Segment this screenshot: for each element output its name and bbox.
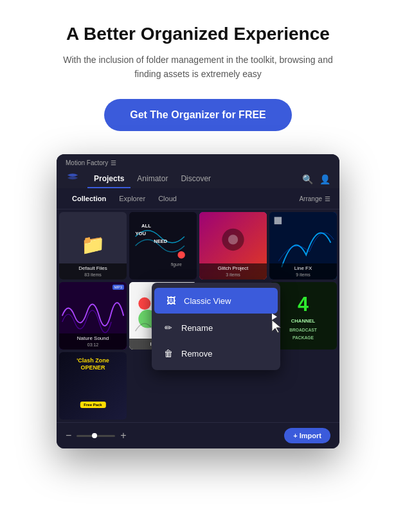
user-icon[interactable]: 👤 [320,174,330,184]
rename-icon: ✏ [162,321,175,334]
svg-text:figure: figure [171,262,182,267]
cta-button[interactable]: Get The Organizer for FREE [104,99,292,131]
subnav-collection[interactable]: Collection [66,192,113,205]
context-rename[interactable]: ✏ Rename [152,315,280,341]
arrange-label: Arrange [299,195,322,202]
nav-tabs: Projects Animator Discover 🔍 👤 [66,170,330,188]
rename-label: Rename [181,323,213,333]
grid-item-glitch[interactable]: Glitch Project 3 items [199,212,267,279]
grid-item-linefx[interactable]: Line FX 9 items [269,212,337,279]
svg-text:BROADCAST: BROADCAST [289,328,317,333]
classic-view-label: Classic View [184,296,231,306]
svg-point-4 [177,251,184,258]
hero-title: A Better Organized Experience [66,23,330,45]
svg-point-14 [138,297,150,310]
tab-animator[interactable]: Animator [130,170,174,188]
app-window: Motion Factory ☰ Projects Animator Disco… [57,154,339,448]
grid-item-clash[interactable]: 'Clash ZoneOPENER Free Pack [59,352,127,420]
import-button[interactable]: + Import [284,428,330,443]
tab-discover[interactable]: Discover [174,170,217,188]
svg-rect-0 [129,212,197,279]
item-label-default-files: Default Files 83 items [59,263,127,279]
svg-text:YOU: YOU [136,231,147,237]
zoom-in-button[interactable]: + [120,430,126,441]
svg-text:4: 4 [298,293,309,315]
svg-text:CHANNEL: CHANNEL [291,318,316,324]
mp3-badge: MP3 [113,285,124,290]
topbar: Motion Factory ☰ Projects Animator Disco… [57,154,339,188]
svg-rect-11 [274,217,282,224]
item-label-glitch: Glitch Project 3 items [199,263,267,279]
remove-icon: 🗑 [162,347,175,360]
grid-item-nature[interactable]: MP3 Nature Sound 03:12 [59,282,127,350]
folder-icon: 📁 [81,233,105,256]
svg-marker-32 [272,320,281,333]
svg-text:PACKAGE: PACKAGE [292,335,314,340]
svg-text:ALL: ALL [141,223,151,229]
zoom-slider[interactable] [76,435,115,437]
hero-subtitle: With the inclusion of folder management … [63,53,333,82]
context-classic-view[interactable]: 🖼 Classic View [154,288,278,314]
arrange-icon: ☰ [325,195,330,202]
search-icon[interactable]: 🔍 [302,174,313,184]
remove-label: Remove [181,349,212,359]
svg-text:NEED: NEED [154,238,168,244]
zoom-controls: − + [66,430,127,441]
arrange-button[interactable]: Arrange ☰ [299,195,330,202]
logo-icon [66,171,80,188]
svg-point-9 [228,235,238,245]
topbar-title: Motion Factory ☰ [66,159,330,166]
zoom-out-button[interactable]: − [66,430,71,441]
item-label-linefx: Line FX 9 items [269,263,337,279]
grid-item-allnew[interactable]: ALL YOU NEED figure [129,212,197,279]
free-pack-badge: Free Pack [80,402,105,408]
nav-right-icons: 🔍 👤 [302,174,330,184]
item-label-nature: Nature Sound 03:12 [59,333,127,350]
hamburger-icon[interactable]: ☰ [111,159,116,166]
grid-item-default-files[interactable]: 📁 Default Files 83 items [59,212,127,279]
context-remove[interactable]: 🗑 Remove [152,341,280,366]
subnav: Collection Explorer Cloud Arrange ☰ [57,188,339,209]
zoom-thumb [92,433,97,438]
topbar-title-text: Motion Factory [66,159,108,166]
context-menu: 🖼 Classic View ✏ Rename 🗑 Remove [152,283,280,370]
subnav-explorer[interactable]: Explorer [113,192,152,205]
classic-view-icon: 🖼 [165,294,177,307]
bottom-bar: − + + Import [57,422,339,448]
subnav-cloud[interactable]: Cloud [152,192,183,205]
tab-projects[interactable]: Projects [87,170,130,188]
clash-title: 'Clash ZoneOPENER [59,357,127,371]
